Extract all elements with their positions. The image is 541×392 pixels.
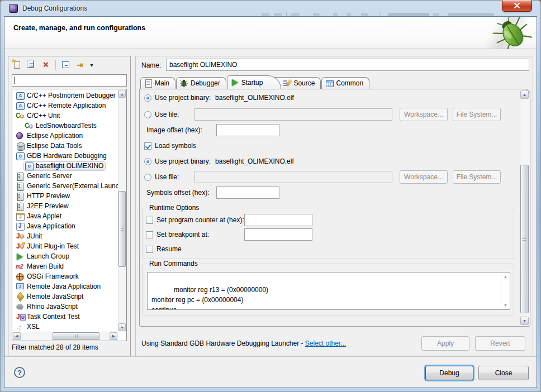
tree-item-label: baseflight OLIMEXINO [36,162,103,170]
tree-item-box: GDB Hardware Debugging [15,151,109,161]
set-program-counter-input[interactable] [244,214,312,226]
tree-item[interactable]: Task Context Test [12,312,118,322]
scroll-up-button[interactable]: ▲ [520,90,529,99]
close-button[interactable]: Close [478,366,529,380]
tab-label: Source [293,79,315,87]
collapse-all-icon [62,61,69,68]
symbols-filesystem-button[interactable]: File System... [453,170,501,184]
symbols-offset-row: Symbols offset (hex): [146,189,210,197]
tree-item[interactable]: Rhino JavaScript [12,302,118,312]
scroll-right-button[interactable]: ▶ [110,332,117,340]
filter-configurations-input[interactable] [12,74,127,87]
apply-button[interactable]: Apply [421,336,469,351]
select-other-link[interactable]: Select other... [305,340,346,347]
tree-item[interactable]: J2EE Preview [12,201,118,211]
tree-item[interactable]: Remote Java Application [12,281,118,291]
filter-configs-button[interactable]: ⇥ [74,59,86,71]
tree-item-label: Java Application [27,222,75,230]
scroll-down-button[interactable]: ▼ [502,302,509,308]
tree-item[interactable]: Java Application [12,221,118,231]
new-config-icon [14,61,20,69]
run-commands-textarea[interactable]: monitor reg r13 = (0x00000000) monitor r… [147,272,510,310]
image-offset-row: Image offset (hex): [146,126,202,134]
tree-item-box: JUnit Plug-in Test [15,242,81,251]
debug-button[interactable]: Debug [425,366,473,380]
debug-beetle-icon [492,17,532,49]
set-program-counter-checkbox[interactable] [146,217,153,224]
name-row: Name: [136,56,533,73]
tab-debugger[interactable]: Debugger [176,77,226,89]
tree-item[interactable]: XSL [12,322,118,332]
image-offset-input[interactable] [216,124,279,136]
tree-item[interactable]: Java Applet [12,211,118,221]
resume-checkbox[interactable] [146,246,153,253]
close-window-button[interactable] [502,0,532,12]
c-unit-icon [16,112,25,120]
image-filesystem-button[interactable]: File System... [453,108,501,121]
set-breakpoint-checkbox[interactable] [146,231,153,238]
tree-item[interactable]: C/C++ Remote Application [12,101,118,111]
tree-item[interactable]: C/C++ Unit [12,111,118,121]
titlebar[interactable]: Debug Configurations [0,0,541,17]
symbols-use-project-binary-radio[interactable] [144,158,151,165]
image-file-input[interactable] [194,108,392,121]
symbols-use-file-radio[interactable] [144,174,151,181]
collapse-all-button[interactable] [59,59,72,71]
scroll-thumb[interactable] [118,191,126,267]
delete-config-button[interactable]: × [40,59,52,71]
tree-item[interactable]: Maven Build [12,261,118,271]
tree-item[interactable]: GDB Hardware Debugging [12,151,118,161]
duplicate-config-button[interactable] [25,59,37,71]
content-vertical-scrollbar[interactable]: ▲ ▼ [520,90,529,326]
revert-button[interactable]: Revert [475,336,525,351]
dialog-header: Create, manage, and run configurations [4,17,537,49]
scroll-down-button[interactable]: ▼ [520,317,529,325]
tree-item[interactable]: Eclipse Application [12,131,118,141]
tree-item[interactable]: JUnit Plug-in Test [12,241,118,251]
new-config-button[interactable] [11,59,23,71]
scroll-thumb[interactable] [53,332,99,340]
tree-item[interactable]: Launch Group [12,251,118,261]
filter-menu-button[interactable]: ▾ [88,59,95,71]
tree-item-label: Remote Java Application [27,283,101,290]
tab-common[interactable]: Common [321,77,369,89]
tree-item-label: C/C++ Remote Application [27,102,106,109]
load-symbols-checkbox[interactable] [144,142,151,150]
image-workspace-button[interactable]: Workspace... [400,108,448,121]
use-project-binary-radio[interactable] [144,94,151,102]
symbols-offset-input[interactable] [216,187,279,199]
tab-label: Debugger [191,79,220,87]
tree-item[interactable]: Generic Server [12,171,118,181]
tree-item[interactable]: LedSnowboardTests [12,121,118,131]
resume-row: Resume [146,245,182,253]
scroll-left-button[interactable]: ◀ [13,332,21,340]
tree-horizontal-scrollbar[interactable]: ◀ ▶ [12,332,118,341]
symbols-file-input[interactable] [194,171,392,183]
filter-match-status: Filter matched 28 of 28 items [12,343,98,351]
name-input[interactable] [166,59,529,71]
duplicate-config-icon [29,61,34,68]
tree-item[interactable]: OSGi Framework [12,271,118,281]
tab-startup[interactable]: Startup [227,75,282,89]
scroll-thumb[interactable] [520,165,529,313]
tree-item[interactable]: Eclipse Data Tools [12,141,118,151]
scroll-up-button[interactable]: ▲ [118,90,126,98]
tree-item[interactable]: baseflight OLIMEXINO [12,161,118,171]
tree-item[interactable]: Generic Server(External Launch) [12,181,118,191]
tree-item[interactable]: JUnit [12,231,118,241]
scroll-down-button[interactable]: ▼ [118,323,126,331]
help-button[interactable]: ? [14,367,25,378]
symbols-workspace-button[interactable]: Workspace... [400,170,448,184]
set-breakpoint-input[interactable] [244,228,312,241]
document-icon [144,79,152,87]
tree-vertical-scrollbar[interactable]: ▲ ▼ [118,89,126,332]
use-file-radio[interactable] [144,111,151,118]
tree-item[interactable]: C/C++ Postmortem Debugger [12,90,118,101]
osgi-icon [16,273,25,281]
tree-item[interactable]: Remote JavaScript [12,291,118,302]
run-commands-scrollbar[interactable]: ▲ ▼ [501,273,509,309]
server-icon [16,202,25,211]
tab-main[interactable]: Main [140,77,175,89]
scroll-up-button[interactable]: ▲ [502,274,509,280]
tree-item[interactable]: HTTP Preview [12,191,118,201]
